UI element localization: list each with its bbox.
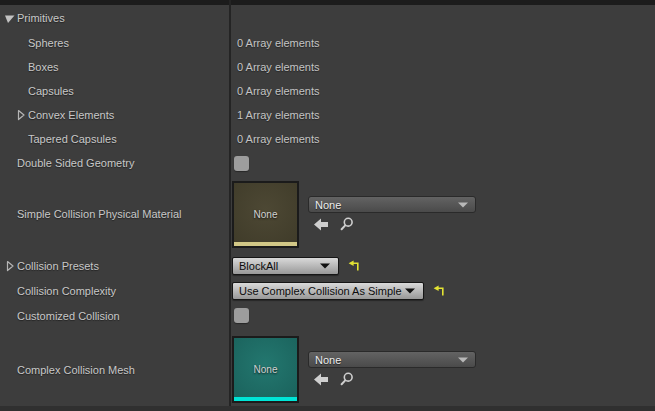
array-elements-value: 0 Array elements	[237, 85, 320, 97]
physical-material-thumbnail[interactable]: None	[232, 181, 299, 248]
array-elements-value: 0 Array elements	[237, 133, 320, 145]
collapsed-arrow-icon[interactable]	[16, 109, 26, 121]
collision-presets-dropdown[interactable]: BlockAll	[232, 257, 339, 275]
collapsed-arrow-icon[interactable]	[5, 260, 15, 272]
property-label: Simple Collision Physical Material	[0, 208, 181, 220]
combobox-selected-value: None	[315, 199, 341, 211]
use-selected-asset-button[interactable]	[314, 373, 329, 386]
magnifier-icon	[340, 372, 354, 386]
collision-complexity-dropdown[interactable]: Use Complex Collision As Simple	[232, 282, 424, 300]
thumbnail-label: None	[254, 209, 278, 220]
complex-collision-mesh-thumbnail[interactable]: None	[232, 336, 299, 403]
combobox-selected-value: None	[315, 354, 341, 366]
chevron-down-icon	[405, 288, 415, 293]
asset-type-color-strip	[234, 397, 297, 401]
magnifier-icon	[340, 217, 354, 231]
property-label: Double Sided Geometry	[0, 157, 134, 169]
array-elements-value: 1 Array elements	[237, 109, 320, 121]
dropdown-selected-value: BlockAll	[239, 260, 278, 272]
reset-to-default-button[interactable]	[433, 285, 445, 297]
property-row-collision-presets[interactable]: Collision Presets BlockAll	[0, 253, 655, 278]
left-arrow-icon	[314, 218, 329, 231]
browse-to-asset-button[interactable]	[340, 372, 354, 386]
array-elements-value: 0 Array elements	[237, 61, 320, 73]
category-row-primitives[interactable]: Primitives	[0, 5, 655, 31]
property-row-spheres[interactable]: Spheres 0 Array elements	[0, 31, 655, 55]
property-row-double-sided-geometry[interactable]: Double Sided Geometry	[0, 151, 655, 175]
property-row-tapered-capsules[interactable]: Tapered Capsules 0 Array elements	[0, 127, 655, 151]
property-label: Capsules	[0, 85, 74, 97]
left-arrow-icon	[314, 373, 329, 386]
reset-to-default-button[interactable]	[348, 260, 360, 272]
complex-collision-mesh-combobox[interactable]: None	[308, 351, 476, 368]
physical-material-combobox[interactable]: None	[308, 196, 476, 213]
property-row-collision-complexity[interactable]: Collision Complexity Use Complex Collisi…	[0, 278, 655, 303]
double-sided-geometry-checkbox[interactable]	[234, 156, 249, 171]
panel-footer-bar	[0, 406, 655, 411]
column-divider[interactable]	[229, 0, 231, 406]
property-row-complex-collision-mesh[interactable]: Complex Collision Mesh None None	[0, 328, 655, 411]
property-row-capsules[interactable]: Capsules 0 Array elements	[0, 79, 655, 103]
property-row-boxes[interactable]: Boxes 0 Array elements	[0, 55, 655, 79]
chevron-down-icon	[458, 202, 468, 207]
browse-to-asset-button[interactable]	[340, 217, 354, 231]
dropdown-selected-value: Use Complex Collision As Simple	[239, 285, 402, 297]
thumbnail-label: None	[254, 364, 278, 375]
property-label: Spheres	[0, 37, 69, 49]
property-row-convex-elements[interactable]: Convex Elements 1 Array elements	[0, 103, 655, 127]
property-label: Boxes	[0, 61, 59, 73]
chevron-down-icon	[320, 263, 330, 268]
property-label: Tapered Capsules	[0, 133, 117, 145]
array-elements-value: 0 Array elements	[237, 37, 320, 49]
property-row-simple-collision-physical-material[interactable]: Simple Collision Physical Material None …	[0, 175, 655, 253]
details-panel: Primitives Spheres 0 Array elements Boxe…	[0, 0, 655, 411]
reset-to-default-icon	[433, 285, 445, 297]
property-row-customized-collision[interactable]: Customized Collision	[0, 303, 655, 328]
expanded-arrow-icon[interactable]	[4, 13, 15, 24]
customized-collision-checkbox[interactable]	[234, 308, 249, 323]
property-label: Complex Collision Mesh	[0, 364, 135, 376]
reset-to-default-icon	[348, 260, 360, 272]
property-label: Customized Collision	[0, 310, 120, 322]
use-selected-asset-button[interactable]	[314, 218, 329, 231]
property-label: Collision Complexity	[0, 285, 116, 297]
asset-type-color-strip	[234, 242, 297, 246]
chevron-down-icon	[458, 357, 468, 362]
